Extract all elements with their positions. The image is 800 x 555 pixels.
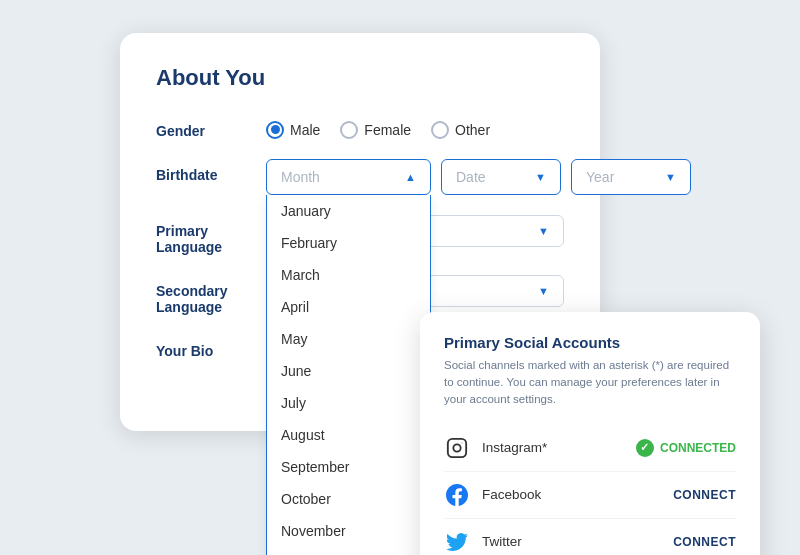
date-dropdown-btn[interactable]: Date ▼	[441, 159, 561, 195]
social-card-title: Primary Social Accounts	[444, 334, 736, 351]
date-select-wrapper: Date ▼	[441, 159, 561, 195]
month-item-nov[interactable]: November	[267, 515, 430, 547]
instagram-icon	[444, 435, 470, 461]
primary-lang-arrow-icon: ▼	[538, 225, 549, 237]
social-row-facebook: Facebook CONNECT	[444, 472, 736, 519]
radio-circle-male	[266, 121, 284, 139]
page-title: About You	[156, 65, 564, 91]
month-item-jun[interactable]: June	[267, 355, 430, 387]
instagram-status-label: CONNECTED	[660, 441, 736, 455]
facebook-name: Facebook	[482, 487, 673, 502]
instagram-name: Instagram*	[482, 440, 636, 455]
month-item-sep[interactable]: September	[267, 451, 430, 483]
year-dropdown-btn[interactable]: Year ▼	[571, 159, 691, 195]
check-icon: ✓	[636, 439, 654, 457]
month-item-apr[interactable]: April	[267, 291, 430, 323]
gender-options: Male Female Other	[266, 115, 564, 139]
month-item-aug[interactable]: August	[267, 419, 430, 451]
gender-label: Gender	[156, 115, 266, 139]
social-accounts-card: Primary Social Accounts Social channels …	[420, 312, 760, 555]
facebook-connect-btn[interactable]: CONNECT	[673, 488, 736, 502]
radio-label-male: Male	[290, 122, 320, 138]
bio-label: Your Bio	[156, 335, 266, 359]
radio-female[interactable]: Female	[340, 121, 411, 139]
month-item-feb[interactable]: February	[267, 227, 430, 259]
radio-male[interactable]: Male	[266, 121, 320, 139]
year-arrow-icon: ▼	[665, 171, 676, 183]
svg-point-2	[462, 442, 463, 443]
month-dropdown-btn[interactable]: Month ▲	[266, 159, 431, 195]
social-card-description: Social channels marked with an asterisk …	[444, 357, 736, 409]
radio-label-female: Female	[364, 122, 411, 138]
arrow-up-icon: ▲	[405, 171, 416, 183]
twitter-connect-btn[interactable]: CONNECT	[673, 535, 736, 549]
gender-row: Gender Male Female Other	[156, 115, 564, 139]
social-row-twitter: Twitter CONNECT	[444, 519, 736, 556]
month-item-dec[interactable]: December	[267, 547, 430, 556]
facebook-icon	[444, 482, 470, 508]
radio-label-other: Other	[455, 122, 490, 138]
month-select-wrapper: Month ▲ January February March April May…	[266, 159, 431, 195]
year-placeholder: Year	[586, 169, 614, 185]
year-select-wrapper: Year ▼	[571, 159, 691, 195]
svg-rect-0	[448, 438, 466, 456]
social-row-instagram: Instagram* ✓ CONNECTED	[444, 425, 736, 472]
primary-language-label: Primary Language	[156, 215, 266, 255]
date-arrow-icon: ▼	[535, 171, 546, 183]
radio-group: Male Female Other	[266, 115, 564, 139]
svg-point-1	[453, 444, 460, 451]
month-item-jan[interactable]: January	[267, 195, 430, 227]
radio-other[interactable]: Other	[431, 121, 490, 139]
radio-circle-other	[431, 121, 449, 139]
month-item-mar[interactable]: March	[267, 259, 430, 291]
month-placeholder: Month	[281, 169, 320, 185]
birthdate-label: Birthdate	[156, 159, 266, 183]
month-item-jul[interactable]: July	[267, 387, 430, 419]
twitter-icon	[444, 529, 470, 555]
birthdate-selects: Month ▲ January February March April May…	[266, 159, 691, 195]
birthdate-row: Birthdate Month ▲ January February March…	[156, 159, 564, 195]
month-item-oct[interactable]: October	[267, 483, 430, 515]
month-item-may[interactable]: May	[267, 323, 430, 355]
radio-circle-female	[340, 121, 358, 139]
secondary-language-label: Secondary Language	[156, 275, 266, 315]
month-dropdown: January February March April May June Ju…	[266, 195, 431, 556]
instagram-connected-badge: ✓ CONNECTED	[636, 439, 736, 457]
twitter-name: Twitter	[482, 534, 673, 549]
secondary-lang-arrow-icon: ▼	[538, 285, 549, 297]
date-placeholder: Date	[456, 169, 486, 185]
